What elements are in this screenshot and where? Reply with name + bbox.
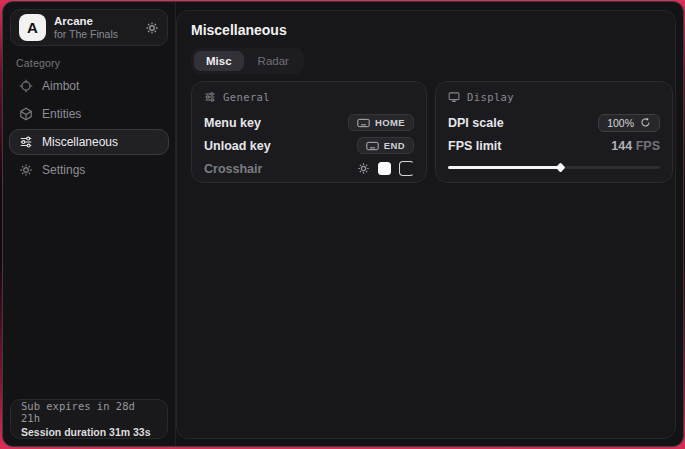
app-title: Arcane: [54, 15, 137, 28]
fps-limit-value: 144 FPS: [611, 139, 660, 153]
tab-bar: Misc Radar: [191, 48, 304, 74]
crosshair-label: Crosshair: [204, 162, 262, 176]
category-label: Category: [16, 57, 60, 69]
dpi-scale-label: DPI scale: [448, 116, 504, 130]
display-card-title: Display: [467, 91, 514, 103]
fps-limit-label: FPS limit: [448, 139, 501, 153]
fps-unit: FPS: [632, 139, 660, 153]
sidebar-item-label: Aimbot: [42, 79, 79, 93]
main-panel: Miscellaneous Misc Radar General Men: [176, 10, 676, 439]
keyboard-icon: [357, 118, 370, 128]
app-subtitle: for The Finals: [54, 28, 137, 40]
fps-slider-fill: [448, 166, 560, 169]
unload-key-row: Unload key END: [204, 134, 414, 157]
gear-icon: [19, 163, 33, 177]
crosshair-outline-swatch[interactable]: [399, 161, 414, 176]
menu-key-label: Menu key: [204, 116, 261, 130]
tab-radar[interactable]: Radar: [246, 51, 301, 71]
crosshair-controls: [357, 161, 414, 176]
brand-text: Arcane for The Finals: [54, 15, 137, 40]
display-card-header: Display: [448, 91, 660, 103]
sub-expiry-text: Sub expires in 28d 21h: [21, 400, 157, 424]
dpi-scale-button[interactable]: 100%: [598, 114, 660, 132]
cube-icon: [19, 107, 33, 121]
app-window: A Arcane for The Finals Category: [2, 1, 684, 447]
unload-key-bind-button[interactable]: END: [357, 137, 414, 154]
brand-card: A Arcane for The Finals: [10, 9, 168, 46]
sidebar-item-label: Entities: [42, 107, 81, 121]
monitor-icon: [448, 91, 460, 103]
crosshair-icon: [19, 79, 33, 93]
menu-key-value: HOME: [375, 117, 405, 128]
sidebar-item-entities[interactable]: Entities: [9, 101, 169, 127]
sidebar-item-settings[interactable]: Settings: [9, 157, 169, 183]
tab-misc[interactable]: Misc: [194, 51, 244, 71]
menu-key-bind-button[interactable]: HOME: [348, 114, 414, 131]
fps-limit-slider[interactable]: [448, 163, 660, 172]
slider-thumb[interactable]: [556, 163, 566, 173]
app-logo: A: [19, 14, 46, 41]
unload-key-label: Unload key: [204, 139, 271, 153]
subscription-card: Sub expires in 28d 21h Session duration …: [10, 399, 168, 439]
gear-icon[interactable]: [357, 162, 370, 175]
page-title: Miscellaneous: [191, 22, 287, 38]
sidebar-item-label: Settings: [42, 163, 85, 177]
sidebar-item-aimbot[interactable]: Aimbot: [9, 73, 169, 99]
sidebar-item-miscellaneous[interactable]: Miscellaneous: [9, 129, 169, 155]
refresh-icon: [640, 117, 651, 128]
crosshair-row: Crosshair: [204, 157, 414, 180]
fps-number: 144: [611, 139, 632, 153]
gear-icon[interactable]: [145, 21, 159, 35]
dpi-scale-row: DPI scale 100%: [448, 111, 660, 134]
sidebar: A Arcane for The Finals Category: [3, 2, 176, 446]
menu-key-row: Menu key HOME: [204, 111, 414, 134]
sidebar-item-label: Miscellaneous: [42, 135, 118, 149]
dpi-scale-value: 100%: [607, 117, 634, 129]
unload-key-value: END: [384, 140, 405, 151]
sliders-icon: [204, 91, 216, 103]
keyboard-icon: [366, 141, 379, 151]
general-card-header: General: [204, 91, 414, 103]
display-card: Display DPI scale 100% FPS limit 144 FPS: [435, 81, 673, 183]
general-card-title: General: [223, 91, 270, 103]
sliders-icon: [19, 135, 33, 149]
fps-limit-row: FPS limit 144 FPS: [448, 134, 660, 157]
crosshair-color-swatch[interactable]: [378, 162, 391, 175]
session-duration-text: Session duration 31m 33s: [21, 426, 157, 438]
sidebar-nav: Aimbot Entities: [9, 73, 169, 185]
general-card: General Menu key HOME Unload key: [191, 81, 427, 183]
